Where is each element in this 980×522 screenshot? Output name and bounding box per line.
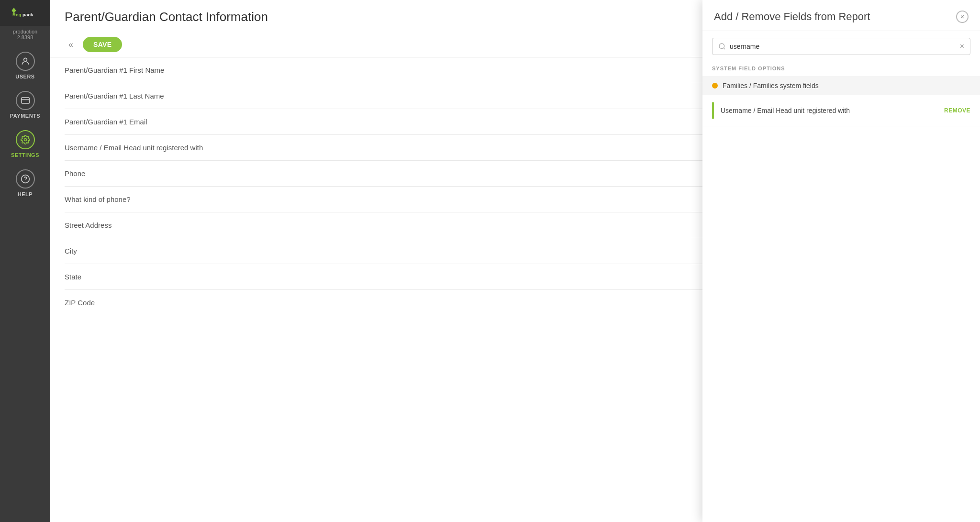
sidebar-nav: USERS PAYMENTS SETTINGS [0,45,50,202]
svg-text:pack: pack [22,12,33,17]
payments-icon [16,91,35,110]
families-group[interactable]: Families / Families system fields [702,76,980,95]
panel-close-button[interactable]: × [956,11,969,23]
field-label-9: ZIP Code [65,299,95,307]
sidebar-item-payments[interactable]: PAYMENTS [0,84,50,123]
help-icon [16,169,35,189]
svg-point-6 [24,139,26,141]
sidebar-payments-label: PAYMENTS [10,113,40,119]
svg-point-3 [23,58,27,61]
search-clear-button[interactable]: × [960,42,964,51]
svg-point-9 [719,44,724,49]
search-input[interactable] [730,43,956,50]
field-label-7: City [65,247,77,255]
panel-field-item-0: Username / Email Head unit registered wi… [702,95,980,126]
sidebar-users-label: USERS [15,74,34,79]
field-label-2: Parent/Guardian #1 Email [65,118,147,126]
sidebar: Reg pack production 2.8398 USERS PAYMENT… [0,0,50,522]
sidebar-help-label: HELP [18,191,33,197]
remove-button-0[interactable]: REMOVE [944,107,970,114]
regpack-logo: Reg pack [11,6,40,21]
back-button[interactable]: « [65,40,77,50]
svg-line-10 [724,48,725,49]
field-label-4: Phone [65,169,85,178]
field-label-0: Parent/Guardian #1 First Name [65,66,164,74]
panel-title: Add / Remove Fields from Report [714,11,870,23]
field-label-5: What kind of phone? [65,195,131,203]
sidebar-item-settings[interactable]: SETTINGS [0,123,50,163]
add-remove-panel: Add / Remove Fields from Report × × SYST… [702,0,980,522]
field-label-1: Parent/Guardian #1 Last Name [65,92,164,100]
sidebar-version: production 2.8398 [13,26,37,45]
group-label: Families / Families system fields [723,82,819,89]
logo-area: Reg pack [0,0,50,26]
save-button[interactable]: SAVE [83,37,122,52]
search-wrapper: × [712,38,970,55]
panel-search-area: × [702,31,980,62]
active-bar-icon [712,102,714,119]
users-icon [16,52,35,71]
group-dot-icon [712,83,718,89]
settings-icon [16,130,35,149]
svg-rect-4 [21,98,29,103]
field-label-3: Username / Email Head unit registered wi… [65,144,203,152]
sidebar-item-users[interactable]: USERS [0,45,50,84]
field-label-6: Street Address [65,221,111,229]
section-label: SYSTEM FIELD OPTIONS [702,62,980,76]
search-icon [718,43,726,50]
sidebar-item-help[interactable]: HELP [0,163,50,202]
field-label-8: State [65,273,81,281]
sidebar-settings-label: SETTINGS [11,152,39,158]
panel-field-label-0: Username / Email Head unit registered wi… [721,107,944,114]
panel-header: Add / Remove Fields from Report × [702,0,980,31]
